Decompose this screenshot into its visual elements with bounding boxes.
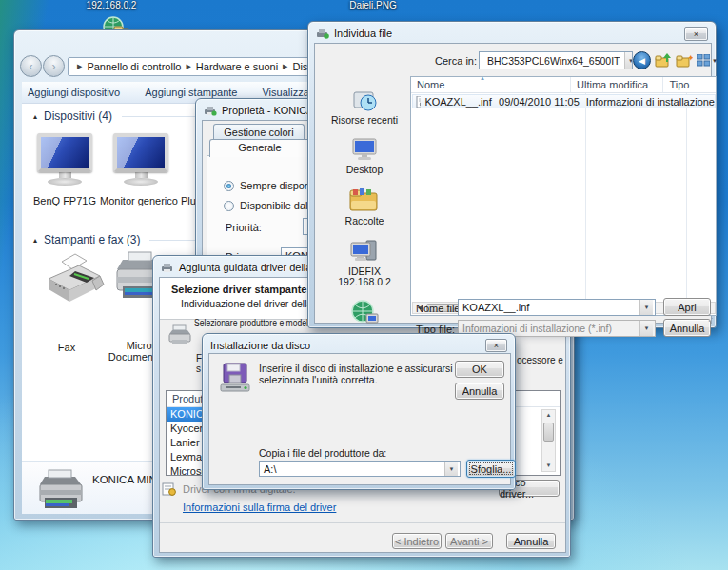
- file-name-label: Nome file:: [416, 303, 463, 314]
- disk-dialog-titlebar[interactable]: Installazione da disco: [210, 338, 486, 353]
- look-in-label: Cerca in:: [435, 55, 477, 67]
- copy-from-label: Copia i file del produttore da:: [259, 447, 386, 459]
- radio-available-from[interactable]: [224, 201, 234, 211]
- column-modified[interactable]: Ultima modifica: [570, 77, 662, 92]
- device-label[interactable]: Fax: [35, 342, 98, 353]
- back-wizard-button[interactable]: < Indietro: [392, 533, 442, 549]
- sort-arrow-icon: ▲: [480, 76, 485, 81]
- monitor-icon: [37, 133, 92, 172]
- place-computer[interactable]: IDEFIX 192.168.0.2: [323, 239, 406, 287]
- signed-driver-icon: [162, 482, 177, 496]
- forward-button[interactable]: ›: [43, 55, 65, 77]
- collapse-arrow-icon: ▴: [33, 236, 37, 245]
- floppy-disk-icon: [219, 362, 251, 394]
- place-network[interactable]: [323, 300, 406, 325]
- close-button[interactable]: ×: [684, 27, 708, 41]
- desktop: { "colors": { "selection": "#2a7fd4", "l…: [0, 0, 728, 570]
- wizard-heading: Selezione driver stampante: [171, 284, 306, 295]
- back-button[interactable]: ‹: [20, 55, 42, 77]
- back-arrow-icon: ◀: [639, 56, 645, 66]
- scroll-down-icon[interactable]: ▼: [542, 461, 555, 471]
- network-icon: [350, 300, 379, 325]
- driver-signing-link[interactable]: Informazioni sulla firma del driver: [183, 501, 336, 513]
- cancel-button[interactable]: Annulla: [663, 319, 711, 337]
- column-type[interactable]: Tipo: [662, 77, 716, 92]
- section-title: Dispositivi (4): [44, 109, 112, 123]
- forward-arrow-icon: ›: [52, 60, 56, 73]
- disk-message-line2: selezionata l'unità corretta.: [259, 374, 378, 385]
- dropdown-arrow-icon[interactable]: ▼: [639, 300, 653, 315]
- locate-file-dialog: Individua file × Cerca in: BHC353PCL6Win…: [307, 21, 717, 328]
- scrollbar-thumb[interactable]: [543, 423, 554, 442]
- fax-device-icon[interactable]: [41, 246, 106, 309]
- place-recent[interactable]: Risorse recenti: [323, 89, 406, 126]
- scroll-up-icon[interactable]: ▲: [542, 410, 555, 421]
- toolbar-add-device[interactable]: Aggiungi dispositivo: [28, 87, 120, 98]
- open-button[interactable]: Apri: [663, 298, 711, 316]
- priority-label: Priorità:: [226, 222, 262, 233]
- tab-general[interactable]: Generale: [209, 139, 310, 157]
- inf-file-icon: [416, 96, 421, 108]
- locate-client: Cerca in: BHC353PCL6Winx64_6500IT ▼ ◀ ✦ …: [314, 43, 712, 324]
- disk-dialog-client: Inserire il disco di installazione e ass…: [208, 353, 511, 485]
- file-name-cell: KOAZXL__.inf: [424, 96, 493, 108]
- file-name-combo[interactable]: KOAZXL__.inf▼: [458, 299, 656, 316]
- device-monitor-benq[interactable]: [35, 133, 94, 186]
- breadcrumb-item-hardware[interactable]: Hardware e suoni: [196, 61, 278, 72]
- desktop-place-icon: [350, 138, 379, 162]
- close-button[interactable]: ×: [485, 339, 507, 352]
- wizard-text-fragment: s: [196, 364, 201, 374]
- breadcrumb[interactable]: ▶ Pannello di controllo ▶ Hardware e suo…: [68, 57, 311, 76]
- monitor-icon: [113, 133, 168, 172]
- new-folder-button[interactable]: ✦: [676, 52, 693, 69]
- toolbar-add-printer[interactable]: Aggiungi stampante: [145, 87, 237, 98]
- column-divider: [686, 93, 687, 302]
- device-monitor-generic[interactable]: [111, 133, 170, 186]
- locate-title-text: Individua file: [334, 28, 392, 39]
- install-from-disk-dialog: Installazione da disco × Inserire il dis…: [202, 333, 516, 490]
- file-row[interactable]: KOAZXL__.inf 09/04/2010 11:05 Informazio…: [412, 94, 716, 108]
- place-libraries[interactable]: Raccolte: [323, 187, 406, 226]
- places-sidebar: Risorse recenti Desktop Raccolte IDEFIX …: [321, 76, 408, 316]
- dropdown-arrow-icon[interactable]: ▼: [444, 462, 458, 476]
- desktop-icon-label-daieli[interactable]: Daieli.PNG: [346, 0, 400, 10]
- tab-color-management[interactable]: Gestione colori: [213, 124, 305, 140]
- views-grid-icon: [697, 54, 710, 67]
- section-title: Stampanti e fax (3): [44, 233, 140, 246]
- back-nav-button[interactable]: ◀: [633, 51, 651, 69]
- file-type-cell: Informazioni di installazione: [580, 96, 715, 108]
- libraries-icon: [348, 187, 381, 213]
- radio-always-available[interactable]: [224, 181, 234, 191]
- device-label[interactable]: Monitor generico Plug and Play: [100, 195, 186, 206]
- look-in-combo[interactable]: BHC353PCL6Winx64_6500IT ▼: [479, 51, 633, 69]
- cancel-disk-button[interactable]: Annulla: [455, 383, 504, 400]
- desktop-icon-label-ip[interactable]: 192.168.0.2: [80, 0, 143, 10]
- ok-button[interactable]: OK: [455, 361, 504, 378]
- locate-file-icon: [316, 29, 329, 39]
- dropdown-arrow-icon: ▼: [712, 58, 718, 64]
- cancel-wizard-button[interactable]: Annulla: [506, 533, 556, 549]
- up-one-level-button[interactable]: [655, 52, 672, 69]
- list-vertical-scrollbar[interactable]: ▲ ▼: [541, 409, 556, 472]
- column-name[interactable]: Nome▲: [411, 77, 570, 92]
- next-wizard-button[interactable]: Avanti >: [445, 533, 493, 549]
- place-desktop[interactable]: Desktop: [323, 138, 406, 175]
- disk-dialog-title-text: Installazione da disco: [210, 340, 310, 351]
- path-combo[interactable]: A:\▼: [259, 461, 461, 477]
- wizard-separator: [160, 522, 565, 523]
- breadcrumb-separator: ▶: [185, 63, 191, 70]
- breadcrumb-separator: ▶: [76, 63, 83, 70]
- breadcrumb-item-control-panel[interactable]: Pannello di controllo: [87, 61, 181, 72]
- close-icon: ×: [494, 341, 499, 350]
- browse-button[interactable]: Sfoglia...: [466, 460, 516, 478]
- svg-text:✦: ✦: [687, 53, 693, 63]
- radio-available-label[interactable]: Disponibile dalle: [240, 200, 316, 211]
- back-arrow-icon: ‹: [30, 60, 33, 73]
- locate-titlebar[interactable]: Individua file: [316, 26, 687, 41]
- dropdown-arrow-icon[interactable]: ▼: [624, 52, 634, 69]
- resize-grip[interactable]: ⋰: [705, 317, 713, 325]
- wizard-text-fragment: ocessore e: [517, 355, 563, 365]
- views-menu-button[interactable]: ▼: [697, 53, 719, 68]
- disk-message-line1: Inserire il disco di installazione e ass…: [259, 363, 487, 374]
- device-label[interactable]: BenQ FP71G: [24, 195, 106, 206]
